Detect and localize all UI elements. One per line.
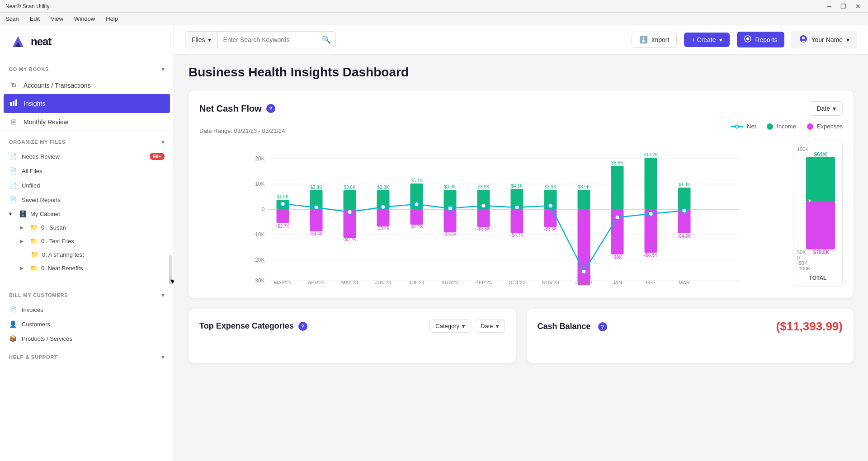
- sidebar-item-all-files[interactable]: 📄 All Files: [0, 164, 174, 178]
- close-button[interactable]: ✕: [854, 3, 863, 10]
- svg-rect-39: [511, 209, 524, 233]
- sidebar-item-invoices[interactable]: 📄 Invoices: [0, 302, 174, 317]
- legend-expenses: Expenses: [807, 123, 843, 130]
- tree-item-susan[interactable]: ▶ 📁 0 . Susan: [0, 221, 174, 234]
- svg-text:-$4.7K: -$4.7K: [510, 233, 524, 238]
- menu-window[interactable]: Window: [72, 14, 97, 23]
- top-expense-help-badge[interactable]: ?: [298, 322, 307, 331]
- total-expenses-bar: -$79.5K: [806, 201, 835, 249]
- help-support-header[interactable]: HELP & SUPPORT ▾: [0, 346, 174, 364]
- logo-area: neat: [0, 25, 174, 58]
- svg-point-87: [649, 212, 653, 216]
- tree-item-sharing-test[interactable]: 📁 0. A sharing test: [0, 248, 174, 261]
- do-my-books-header[interactable]: DO MY BOOKS ▾: [0, 58, 174, 76]
- tree-item-test-files[interactable]: ▶ 📁 0 . Test Files: [0, 234, 174, 248]
- svg-text:$4.3K: $4.3K: [678, 182, 690, 187]
- svg-text:$3.9K: $3.9K: [444, 184, 456, 189]
- bill-my-customers-header[interactable]: BILL MY CUSTOMERS ▾: [0, 284, 174, 302]
- organize-my-files-header[interactable]: ORGANIZE MY FILES ▾: [0, 131, 174, 149]
- user-menu-button[interactable]: Your Name ▾: [792, 31, 857, 48]
- search-type-label: Files: [192, 36, 205, 43]
- sidebar-item-insights[interactable]: Insights: [4, 94, 170, 113]
- chart-title-row: Net Cash Flow ?: [199, 103, 275, 114]
- import-button[interactable]: ⬇️ Import: [632, 32, 677, 48]
- invoices-icon: 📄: [9, 306, 17, 313]
- total-yaxis-neg50k: -50K: [797, 260, 839, 266]
- svg-text:$3.8K: $3.8K: [310, 185, 322, 190]
- sidebar-item-saved-reports[interactable]: 📄 Saved Reports: [0, 193, 174, 207]
- insights-icon: [9, 99, 18, 108]
- category-chevron: ▾: [462, 323, 465, 329]
- date-chevron: ▾: [833, 105, 836, 112]
- menu-view[interactable]: View: [49, 14, 65, 23]
- svg-text:-$9K: -$9K: [613, 255, 622, 260]
- top-expense-categories-card: Top Expense Categories ? Category ▾ Date: [189, 309, 516, 363]
- menu-bar: Scan Edit View Window Help: [0, 13, 868, 25]
- svg-text:-$3.5K: -$3.5K: [544, 226, 557, 231]
- svg-text:-$3.5K: -$3.5K: [477, 226, 491, 231]
- menu-scan[interactable]: Scan: [4, 14, 21, 23]
- svg-rect-46: [645, 158, 657, 209]
- svg-text:$1.9K: $1.9K: [277, 194, 288, 199]
- menu-edit[interactable]: Edit: [28, 14, 42, 23]
- svg-text:AUG'23: AUG'23: [441, 280, 458, 285]
- svg-text:SEP'23: SEP'23: [475, 280, 491, 285]
- svg-text:$3.9K: $3.9K: [477, 184, 489, 189]
- svg-text:JUN'23: JUN'23: [375, 280, 392, 285]
- chart-title: Net Cash Flow: [199, 103, 262, 114]
- section-organize-my-files: ORGANIZE MY FILES ▾ 📄 Needs Review 99+ 📄…: [0, 131, 174, 284]
- sidebar-item-my-cabinet[interactable]: ▾ 🗄️ My Cabinet: [0, 207, 174, 221]
- import-icon: ⬇️: [639, 36, 648, 44]
- search-input[interactable]: [218, 36, 317, 43]
- accounts-icon: ↻: [9, 81, 18, 89]
- sidebar-item-needs-review[interactable]: 📄 Needs Review 99+: [0, 149, 174, 164]
- svg-text:$8.6K: $8.6K: [611, 160, 623, 165]
- category-filter-button[interactable]: Category ▾: [429, 320, 471, 333]
- svg-point-85: [582, 269, 586, 274]
- net-cash-flow-help-badge[interactable]: ?: [266, 104, 275, 113]
- total-yaxis-0: 0: [797, 255, 839, 260]
- svg-point-10: [736, 125, 739, 128]
- sidebar-item-customers[interactable]: 👤 Customers: [0, 317, 174, 331]
- date-filter-button[interactable]: Date ▾: [810, 101, 843, 116]
- svg-text:-20K: -20K: [253, 257, 264, 263]
- svg-rect-37: [477, 209, 490, 227]
- top-expense-title: Top Expense Categories: [199, 321, 294, 331]
- search-type-button[interactable]: Files ▾: [185, 32, 218, 48]
- sidebar-item-unfiled[interactable]: 📄 Unfiled: [0, 178, 174, 193]
- svg-point-78: [348, 210, 352, 214]
- sidebar-item-monthly-review[interactable]: ⊞ Monthly Review: [0, 113, 174, 131]
- test-files-folder-icon: 📁: [30, 237, 38, 245]
- svg-point-80: [415, 202, 419, 207]
- svg-text:$3.8K: $3.8K: [377, 185, 389, 190]
- maximize-button[interactable]: ❐: [839, 3, 848, 10]
- svg-text:-$3.4K: -$3.4K: [377, 226, 390, 231]
- user-menu-chevron: ▾: [846, 36, 849, 43]
- date-chevron-expense: ▾: [496, 323, 499, 329]
- date-filter-btn-expense[interactable]: Date ▾: [475, 320, 505, 333]
- my-cabinet-expand-icon: ▾: [9, 211, 15, 217]
- svg-rect-25: [277, 209, 289, 223]
- legend-income: Income: [767, 123, 796, 130]
- logo-icon: [9, 33, 27, 51]
- scroll-down-arrow[interactable]: ▼: [169, 278, 172, 284]
- cash-balance-help-badge[interactable]: ?: [598, 322, 607, 331]
- sidebar-item-products-services[interactable]: 📦 Products / Services: [0, 331, 174, 346]
- svg-text:-$4.4K: -$4.4K: [310, 231, 323, 236]
- cash-balance-title: Cash Balance ?: [538, 322, 607, 331]
- tree-item-neat-benefits[interactable]: ▶ 📁 0. Neat Benefits: [0, 261, 174, 275]
- svg-text:0: 0: [262, 206, 265, 212]
- minimize-button[interactable]: ─: [825, 3, 833, 10]
- svg-point-6: [746, 38, 749, 40]
- svg-rect-33: [410, 209, 423, 225]
- svg-text:10K: 10K: [255, 181, 264, 187]
- svg-text:20K: 20K: [255, 155, 264, 162]
- menu-help[interactable]: Help: [104, 14, 120, 23]
- reports-button[interactable]: Reports: [737, 32, 784, 47]
- susan-expand-icon: ▶: [20, 225, 26, 230]
- search-submit-icon[interactable]: 🔍: [317, 35, 335, 44]
- neat-benefits-folder-icon: 📁: [30, 264, 38, 272]
- create-button[interactable]: + Create ▾: [684, 33, 730, 47]
- sidebar-item-accounts-transactions[interactable]: ↻ Accounts / Transactions: [0, 76, 174, 94]
- svg-point-79: [381, 205, 386, 209]
